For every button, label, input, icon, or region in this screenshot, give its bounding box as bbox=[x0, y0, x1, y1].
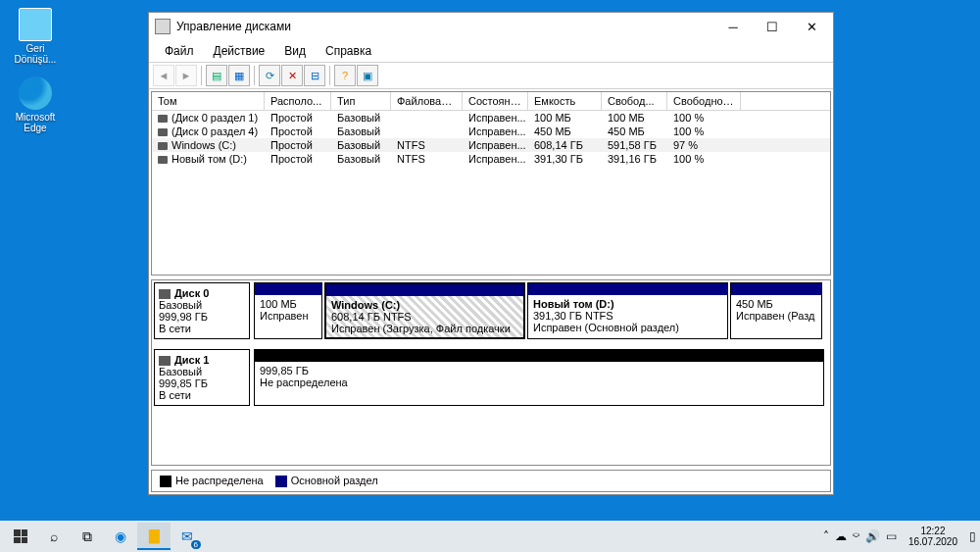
start-button[interactable] bbox=[4, 523, 37, 550]
disk-partitions: 100 МБИсправенWindows (C:)608,14 ГБ NTFS… bbox=[254, 282, 828, 339]
col-layout[interactable]: Располо... bbox=[265, 92, 331, 110]
col-volume[interactable]: Том bbox=[152, 92, 265, 110]
desktop-icon-label: Microsoft Edge bbox=[5, 112, 66, 133]
col-freepct[interactable]: Свободно % bbox=[667, 92, 741, 110]
partition-cap bbox=[255, 283, 321, 295]
partition-cap bbox=[731, 283, 821, 295]
window-title: Управление дисками bbox=[176, 20, 713, 33]
toolbar-separator bbox=[201, 66, 202, 85]
desktop-icon-recycle-bin[interactable]: Geri Dönüşü... bbox=[5, 8, 66, 65]
tray-volume-icon[interactable]: 🔊 bbox=[865, 529, 880, 543]
partition[interactable]: Новый том (D:)391,30 ГБ NTFSИсправен (Ос… bbox=[527, 282, 728, 339]
taskbar-explorer[interactable]: ▇ bbox=[137, 523, 171, 550]
menu-view[interactable]: Вид bbox=[274, 42, 316, 60]
partition[interactable]: 100 МБИсправен bbox=[254, 282, 322, 339]
delete-button[interactable]: ✕ bbox=[281, 65, 303, 86]
partition[interactable]: Windows (C:)608,14 ГБ NTFSИсправен (Загр… bbox=[324, 282, 525, 339]
system-tray[interactable]: ˄ ☁ ⌔ 🔊 ▭ 12:22 16.07.2020 ▯ bbox=[823, 526, 976, 547]
help-button[interactable]: ? bbox=[334, 65, 356, 86]
tray-language-icon[interactable]: ▭ bbox=[886, 529, 897, 543]
toolbar-separator bbox=[254, 66, 255, 85]
tray-chevron-up-icon[interactable]: ˄ bbox=[823, 529, 829, 543]
disk-icon bbox=[159, 356, 171, 366]
volume-row[interactable]: (Диск 0 раздел 1)ПростойБазовыйИсправен.… bbox=[152, 111, 830, 125]
properties-button[interactable]: ⊟ bbox=[304, 65, 325, 86]
clock-date: 16.07.2020 bbox=[908, 536, 957, 547]
tray-cloud-icon[interactable]: ☁ bbox=[835, 529, 847, 543]
legend-unallocated: Не распределена bbox=[160, 475, 264, 487]
col-capacity[interactable]: Емкость bbox=[528, 92, 602, 110]
search-button[interactable]: ⌕ bbox=[37, 523, 71, 550]
partition-cap bbox=[528, 283, 727, 295]
volume-icon bbox=[158, 142, 168, 150]
tray-wifi-icon[interactable]: ⌔ bbox=[853, 529, 859, 543]
menubar: Файл Действие Вид Справка bbox=[149, 40, 833, 63]
mail-badge: 6 bbox=[191, 540, 201, 549]
volume-row[interactable]: (Диск 0 раздел 4)ПростойБазовыйИсправен.… bbox=[152, 125, 830, 138]
folder-icon: ▇ bbox=[149, 527, 160, 543]
recycle-bin-icon bbox=[19, 8, 52, 41]
edge-icon bbox=[19, 76, 52, 110]
volume-icon bbox=[158, 156, 168, 164]
view-detail-button[interactable]: ▦ bbox=[228, 65, 250, 86]
task-view-button[interactable]: ⧉ bbox=[71, 523, 104, 550]
partition-cap bbox=[326, 284, 523, 296]
disk-management-window: Управление дисками ─ ☐ ✕ Файл Действие В… bbox=[148, 12, 834, 495]
disk-partitions: 999,85 ГБНе распределена bbox=[254, 349, 828, 406]
legend: Не распределена Основной раздел bbox=[151, 470, 831, 492]
app-icon bbox=[155, 19, 171, 34]
clock-time: 12:22 bbox=[908, 526, 957, 536]
disk-row: Диск 1Базовый999,85 ГБВ сети999,85 ГБНе … bbox=[154, 349, 828, 406]
disk-info[interactable]: Диск 1Базовый999,85 ГБВ сети bbox=[154, 349, 250, 406]
task-view-icon: ⧉ bbox=[82, 528, 92, 545]
search-icon: ⌕ bbox=[50, 528, 58, 544]
taskbar-clock[interactable]: 12:22 16.07.2020 bbox=[903, 526, 963, 547]
menu-help[interactable]: Справка bbox=[316, 42, 381, 60]
tray-notifications-icon[interactable]: ▯ bbox=[969, 529, 976, 543]
partition[interactable]: 450 МБИсправен (Разд bbox=[730, 282, 822, 339]
disk-graphical-view[interactable]: Диск 0Базовый999,98 ГБВ сети100 МБИсправ… bbox=[151, 279, 831, 466]
windows-logo-icon bbox=[14, 529, 27, 543]
extra-button[interactable]: ▣ bbox=[357, 65, 378, 86]
menu-file[interactable]: Файл bbox=[155, 42, 204, 60]
volume-list[interactable]: Том Располо... Тип Файловая с... Состоян… bbox=[151, 91, 831, 276]
disk-icon bbox=[159, 289, 171, 299]
menu-action[interactable]: Действие bbox=[204, 42, 275, 60]
volume-icon bbox=[158, 128, 168, 136]
partition-cap bbox=[255, 350, 823, 362]
taskbar[interactable]: ⌕ ⧉ ◉ ▇ ✉6 ˄ ☁ ⌔ 🔊 ▭ 12:22 16.07.2020 ▯ bbox=[0, 521, 980, 552]
legend-primary: Основной раздел bbox=[275, 475, 378, 487]
volume-row[interactable]: Новый том (D:)ПростойБазовыйNTFSИсправен… bbox=[152, 152, 830, 166]
titlebar[interactable]: Управление дисками ─ ☐ ✕ bbox=[149, 13, 833, 40]
col-status[interactable]: Состояние bbox=[463, 92, 528, 110]
col-type[interactable]: Тип bbox=[331, 92, 391, 110]
close-button[interactable]: ✕ bbox=[792, 15, 831, 38]
minimize-button[interactable]: ─ bbox=[713, 15, 753, 38]
legend-swatch-unalloc-icon bbox=[160, 476, 172, 487]
legend-swatch-primary-icon bbox=[275, 476, 287, 487]
volume-list-header[interactable]: Том Располо... Тип Файловая с... Состоян… bbox=[152, 92, 830, 111]
maximize-button[interactable]: ☐ bbox=[753, 15, 792, 38]
taskbar-edge[interactable]: ◉ bbox=[104, 523, 137, 550]
desktop-icon-edge[interactable]: Microsoft Edge bbox=[5, 76, 66, 133]
col-free[interactable]: Свобод... bbox=[602, 92, 667, 110]
back-button: ◄ bbox=[153, 65, 174, 86]
forward-button: ► bbox=[175, 65, 197, 86]
refresh-button[interactable]: ⟳ bbox=[259, 65, 280, 86]
col-filesys[interactable]: Файловая с... bbox=[391, 92, 463, 110]
edge-icon: ◉ bbox=[115, 528, 126, 544]
view-list-button[interactable]: ▤ bbox=[206, 65, 227, 86]
desktop-icon-label: Geri Dönüşü... bbox=[5, 43, 66, 65]
disk-info[interactable]: Диск 0Базовый999,98 ГБВ сети bbox=[154, 282, 250, 339]
volume-row[interactable]: Windows (C:)ПростойБазовыйNTFSИсправен..… bbox=[152, 138, 830, 152]
toolbar-separator bbox=[329, 66, 330, 85]
taskbar-mail[interactable]: ✉6 bbox=[171, 523, 204, 550]
disk-row: Диск 0Базовый999,98 ГБВ сети100 МБИсправ… bbox=[154, 282, 828, 339]
partition[interactable]: 999,85 ГБНе распределена bbox=[254, 349, 824, 406]
volume-icon bbox=[158, 115, 168, 123]
toolbar: ◄ ► ▤ ▦ ⟳ ✕ ⊟ ? ▣ bbox=[149, 63, 833, 89]
